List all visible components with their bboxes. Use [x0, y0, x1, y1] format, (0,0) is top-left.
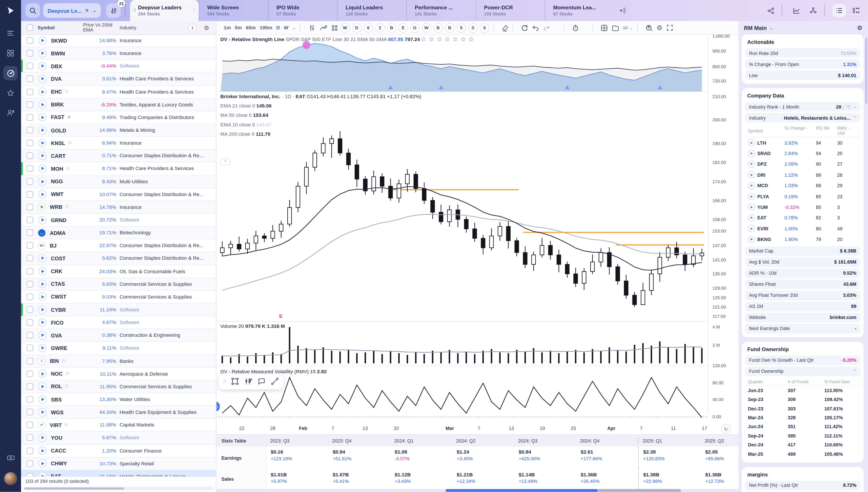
reset-scale-icon[interactable]: ↻ — [721, 424, 731, 434]
alt-chevron-icon[interactable]: ⌄ — [630, 25, 633, 30]
quick-toggle-2[interactable]: 2 — [375, 23, 385, 32]
play-icon[interactable] — [38, 280, 47, 288]
undo-icon[interactable] — [532, 24, 539, 31]
play-icon[interactable] — [38, 216, 47, 224]
company-info-row[interactable]: Avg $ Vol. 20d$ 181.69M — [745, 257, 861, 267]
table-row[interactable]: FICO4.67%Software — [21, 316, 216, 329]
quick-toggle-W[interactable]: W — [422, 23, 431, 32]
date-axis[interactable]: ↻ 2228Feb71320Mar7131925Apr71117 — [216, 422, 709, 435]
table-row[interactable]: GOLD14.99%Metals & Mining — [21, 124, 216, 137]
quick-toggle-W[interactable]: W — [340, 23, 349, 32]
peer-row[interactable]: SRAD2.84%9425 — [745, 148, 861, 159]
row-checkbox[interactable] — [26, 127, 33, 133]
play-icon[interactable] — [748, 203, 755, 211]
table-row[interactable]: EAT21.16%Hotels, Restaurants & Leisure — [21, 470, 216, 477]
table-row[interactable]: DBX-0.44%Software — [21, 60, 216, 73]
row-checkbox[interactable] — [26, 101, 33, 108]
peer-row[interactable]: DPZ2.05%9027 — [745, 159, 861, 169]
play-icon[interactable] — [748, 150, 755, 157]
table-row[interactable]: CTAS5.63%Commercial Services & Supplies — [21, 278, 216, 291]
pattern-tool-icon[interactable] — [244, 377, 253, 387]
leaders-icon[interactable] — [3, 106, 18, 120]
volume-chart[interactable] — [216, 321, 709, 366]
company-info-row[interactable]: Avg Float Turnover 20d3.03% — [745, 291, 861, 300]
table-row[interactable]: WMT10.07%Consumer Staples Distribution &… — [21, 188, 216, 201]
row-checkbox[interactable] — [26, 89, 33, 95]
indicator-settings-icon[interactable] — [308, 24, 315, 31]
row-checkbox[interactable] — [26, 370, 33, 377]
row-checkbox[interactable] — [26, 460, 33, 467]
timeframe-W[interactable]: W — [284, 25, 289, 31]
company-info-row[interactable]: Websitebrinker.com — [745, 313, 861, 322]
table-row[interactable]: CYBR11.24%Software — [21, 303, 216, 316]
quick-toggle-B[interactable]: B — [433, 23, 443, 32]
table-row[interactable]: GRND20.72%Software — [21, 214, 216, 227]
play-icon[interactable] — [38, 177, 47, 186]
row-checkbox[interactable] — [26, 409, 33, 416]
drag-handle-icon[interactable]: ⠿ — [223, 379, 226, 384]
fund-growth-row[interactable]: Fund Own % Growth - Last Qtr -5.20% — [745, 355, 861, 365]
play-icon[interactable] — [748, 214, 755, 221]
row-checkbox[interactable] — [26, 242, 33, 249]
row-checkbox[interactable] — [26, 37, 33, 44]
relative-strength-chart[interactable] — [216, 34, 709, 92]
ema-column-header[interactable]: Price Vs 200d EMA — [83, 23, 117, 33]
table-row[interactable]: DVA3.61%Health Care Providers & Services — [21, 73, 216, 85]
scanner-icon[interactable] — [3, 66, 18, 80]
table-row[interactable]: BWIN3.76%Insurance — [21, 47, 216, 60]
company-info-row[interactable]: Market Cap$ 6.38B — [745, 246, 861, 256]
margin-row[interactable]: Net Profit (%) - 2 Qtrs Ago3.38% — [745, 492, 861, 492]
row-checkbox[interactable] — [26, 178, 33, 185]
peer-row[interactable]: MCD1.03%8829 — [745, 180, 861, 191]
alt-label[interactable]: alt — [623, 25, 628, 31]
quick-toggle-6[interactable]: 6 — [364, 23, 373, 32]
company-info-row[interactable]: AS 1M89 — [745, 302, 861, 311]
quick-toggle-S[interactable]: S — [468, 23, 478, 32]
row-checkbox[interactable] — [26, 294, 33, 300]
chart-settings-icon[interactable]: ⚙ — [656, 24, 662, 32]
star-icon[interactable] — [3, 86, 18, 100]
menu-icon[interactable] — [3, 26, 18, 41]
watchlist-hscrollbar[interactable] — [23, 487, 214, 490]
play-icon[interactable] — [38, 100, 47, 108]
table-row[interactable]: CHWY10.73%Specialty Retail — [21, 457, 216, 470]
screen-selector[interactable]: Deepvue Le... ✕ ⌄ — [43, 3, 101, 18]
play-icon[interactable] — [38, 62, 47, 70]
list-view-icon[interactable] — [833, 4, 846, 17]
play-icon[interactable] — [38, 434, 47, 442]
table-row[interactable]: KNSL⚐6.94%Insurance — [21, 137, 216, 150]
screen-tab[interactable]: Momentum Lea...87 Stocks — [545, 0, 614, 21]
chevron-down-icon[interactable]: ⌄ — [92, 8, 96, 14]
play-icon[interactable] — [38, 344, 47, 352]
margin-row[interactable]: Net Profit (%) - Last Qtr8.72% — [745, 481, 861, 490]
row-checkbox[interactable] — [26, 229, 33, 236]
row-checkbox[interactable] — [26, 306, 33, 313]
timeframe-D[interactable]: D — [276, 25, 280, 31]
search-icon[interactable] — [25, 3, 40, 18]
timeframe-1m[interactable]: 1m — [224, 25, 231, 31]
row-checkbox[interactable] — [26, 447, 33, 454]
actionable-row[interactable]: % Change - From Open1.31% — [745, 59, 861, 69]
peer-row[interactable]: EVRI1.00%8049 — [745, 223, 861, 234]
split-layout-icon[interactable] — [600, 24, 608, 31]
play-icon[interactable] — [38, 126, 47, 134]
play-icon[interactable] — [38, 36, 47, 45]
company-info-row[interactable]: Shares Float43.6M — [745, 280, 861, 289]
chevron-down-icon[interactable]: ⌄ — [853, 104, 856, 109]
layout-grid-icon[interactable] — [331, 24, 338, 31]
candlestick-chart[interactable] — [216, 92, 709, 321]
fund-sub-row[interactable]: Fund Ownership ⌃ — [745, 367, 861, 376]
select-all-checkbox[interactable] — [26, 24, 33, 31]
industry-column-header[interactable]: Industry — [120, 25, 136, 31]
play-icon[interactable] — [38, 254, 47, 263]
play-icon[interactable] — [748, 225, 755, 232]
dashboard-icon[interactable] — [3, 46, 18, 60]
quick-toggle-G[interactable]: G — [410, 23, 419, 32]
play-icon[interactable] — [38, 165, 47, 173]
play-icon[interactable] — [38, 383, 47, 391]
row-checkbox[interactable] — [26, 383, 33, 390]
peer-row[interactable]: BKNG1.90%7920 — [745, 234, 861, 245]
timeframe-65m[interactable]: 65m — [246, 25, 256, 31]
quick-toggle-B[interactable]: B — [387, 23, 396, 32]
table-row[interactable]: EHC⚐8.47%Health Care Providers & Service… — [21, 85, 216, 98]
